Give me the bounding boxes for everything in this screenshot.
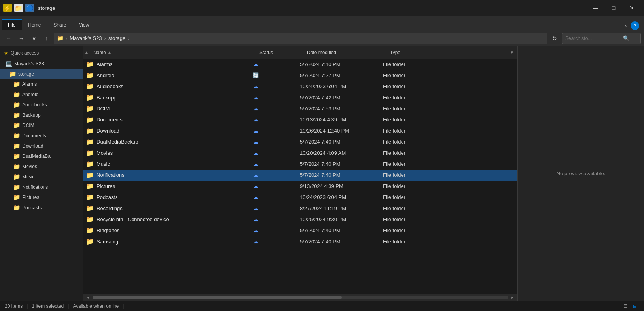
table-row[interactable]: 📁 Samsung ☁ 5/7/2024 7:40 PM File folder xyxy=(83,236,517,247)
table-row[interactable]: 📁 Download ☁ 10/26/2024 12:40 PM File fo… xyxy=(83,125,517,137)
back-button[interactable]: ← xyxy=(3,33,14,44)
sidebar-item-dualmediaba[interactable]: 📁 DualMediaBa xyxy=(0,151,83,161)
table-row[interactable]: 📁 Podcasts ☁ 10/24/2023 6:04 PM File fol… xyxy=(83,192,517,203)
folder-icon: 📁 xyxy=(86,150,93,157)
dcim-folder-icon: 📁 xyxy=(13,122,20,129)
folder-icon-titlebar[interactable]: 📁 xyxy=(14,4,23,12)
tab-share[interactable]: Share xyxy=(47,19,72,30)
scroll-up-arrow[interactable]: ▲ xyxy=(83,46,90,59)
file-date-cell: 5/7/2024 7:40 PM xyxy=(297,239,380,245)
quick-access-header[interactable]: ★ Quick access xyxy=(0,48,83,57)
h-scroll-left[interactable]: ◄ xyxy=(85,294,91,301)
refresh-button[interactable]: ↻ xyxy=(549,33,560,44)
sidebar-item-audiobooks[interactable]: 📁 Audiobooks xyxy=(0,100,83,110)
table-row[interactable]: 📁 Audiobooks ☁ 10/24/2023 6:04 PM File f… xyxy=(83,81,517,92)
sidebar-item-dcim[interactable]: 📁 DCIM xyxy=(0,120,83,131)
notifications-folder-icon: 📁 xyxy=(13,184,20,190)
file-name-label: Music xyxy=(97,161,110,167)
file-status-cell: ☁ xyxy=(249,150,297,156)
file-status-cell: ☁ xyxy=(249,216,297,223)
status-cloud-icon: 🔄 xyxy=(252,72,259,79)
sidebar-item-notifications[interactable]: 📁 Notifications xyxy=(0,182,83,192)
sort-arrow: ▲ xyxy=(108,50,112,55)
search-box[interactable]: 🔍 xyxy=(562,33,641,44)
tab-view[interactable]: View xyxy=(72,19,95,30)
status-cloud-icon: ☁ xyxy=(252,95,259,101)
ribbon-expand-chevron[interactable]: ∨ xyxy=(625,23,628,28)
table-row[interactable]: 📁 Alarms ☁ 5/7/2024 7:40 PM File folder xyxy=(83,59,517,70)
h-scroll-thumb[interactable] xyxy=(93,296,342,299)
sidebar-item-backupp[interactable]: 📁 Backupp xyxy=(0,110,83,120)
col-scroll-indicator: ▼ xyxy=(509,46,515,59)
file-name-cell: 📁 Audiobooks xyxy=(83,83,249,90)
maximize-button[interactable]: □ xyxy=(604,0,623,16)
storage-folder-icon: 📁 xyxy=(9,71,16,77)
file-status-cell: ☁ xyxy=(249,239,297,245)
sidebar-item-music[interactable]: 📁 Music xyxy=(0,172,83,182)
breadcrumb-s23[interactable]: Mayank's S23 xyxy=(70,35,102,41)
forward-button[interactable]: → xyxy=(16,33,27,44)
table-row[interactable]: 📁 Documents ☁ 10/13/2024 4:39 PM File fo… xyxy=(83,114,517,125)
table-row[interactable]: 📁 DCIM ☁ 5/7/2024 7:53 PM File folder xyxy=(83,103,517,114)
sidebar-item-android[interactable]: 📁 Android xyxy=(0,89,83,100)
table-row[interactable]: 📁 Movies ☁ 10/20/2024 4:09 AM File folde… xyxy=(83,148,517,159)
sidebar-item-storage[interactable]: 📁 storage xyxy=(0,69,83,79)
sidebar-item-documents[interactable]: 📁 Documents xyxy=(0,131,83,141)
table-row[interactable]: 📁 Recordings ☁ 8/27/2024 11:19 PM File f… xyxy=(83,203,517,214)
table-row[interactable]: 📁 Pictures ☁ 9/13/2024 4:39 PM File fold… xyxy=(83,181,517,192)
file-date-cell: 5/7/2024 7:40 PM xyxy=(297,161,380,167)
table-row[interactable]: 📁 Ringtones ☁ 5/7/2024 7:40 PM File fold… xyxy=(83,225,517,236)
file-status-cell: ☁ xyxy=(249,128,297,134)
availability-status: Available when online xyxy=(73,303,119,309)
quick-access-icon[interactable]: ⚡ xyxy=(3,4,12,12)
h-scroll-track[interactable] xyxy=(93,296,508,299)
close-button[interactable]: ✕ xyxy=(623,0,641,16)
sidebar-item-podcasts[interactable]: 📁 Podcasts xyxy=(0,203,83,213)
ribbon: File Home Share View ∨ ? xyxy=(0,16,644,30)
sidebar-item-alarms[interactable]: 📁 Alarms xyxy=(0,79,83,89)
folder-icon: 📁 xyxy=(86,227,93,234)
sidebar-item-movies[interactable]: 📁 Movies xyxy=(0,161,83,172)
col-header-status[interactable]: Status xyxy=(256,50,304,55)
up-button[interactable]: ↑ xyxy=(41,33,52,44)
pin-icon-titlebar[interactable]: 🔵 xyxy=(25,4,34,12)
breadcrumb[interactable]: 📁 › Mayank's S23 › storage › xyxy=(54,33,547,44)
file-type-cell: File folder xyxy=(380,139,517,145)
file-date-cell: 10/13/2024 4:39 PM xyxy=(297,117,380,123)
large-icons-view-icon[interactable]: ⊞ xyxy=(631,302,639,311)
title-bar-icons: ⚡ 📁 🔵 xyxy=(3,4,34,12)
file-name-cell: 📁 Recycle bin - Connected device xyxy=(83,216,249,223)
h-scroll-right[interactable]: ► xyxy=(510,294,516,301)
table-row[interactable]: 📁 Notifications ☁ 5/7/2024 7:40 PM File … xyxy=(83,170,517,181)
title-bar: ⚡ 📁 🔵 storage — □ ✕ xyxy=(0,0,644,16)
file-type-cell: File folder xyxy=(380,128,517,134)
col-header-date[interactable]: Date modified xyxy=(304,50,387,55)
table-row[interactable]: 📁 DualMediaBackup ☁ 5/7/2024 7:40 PM Fil… xyxy=(83,137,517,148)
android-folder-icon: 📁 xyxy=(13,91,20,98)
tab-home[interactable]: Home xyxy=(22,19,47,30)
table-row[interactable]: 📁 Backupp ☁ 5/7/2024 7:42 PM File folder xyxy=(83,92,517,103)
table-row[interactable]: 📁 Music ☁ 5/7/2024 7:40 PM File folder xyxy=(83,159,517,170)
horizontal-scrollbar[interactable]: ◄ ► xyxy=(83,294,517,301)
sidebar-item-pictures[interactable]: 📁 Pictures xyxy=(0,192,83,203)
tab-file[interactable]: File xyxy=(2,19,22,30)
table-row[interactable]: 📁 Recycle bin - Connected device ☁ 10/25… xyxy=(83,214,517,225)
minimize-button[interactable]: — xyxy=(586,0,604,16)
file-status-cell: ☁ xyxy=(249,117,297,123)
status-cloud-icon: ☁ xyxy=(252,216,259,223)
documents-folder-icon: 📁 xyxy=(13,133,20,139)
col-header-name[interactable]: Name ▲ xyxy=(90,50,256,55)
breadcrumb-storage[interactable]: storage xyxy=(108,35,125,41)
file-date-cell: 5/7/2024 7:40 PM xyxy=(297,172,380,178)
col-header-type[interactable]: Type xyxy=(387,50,509,55)
table-row[interactable]: 📁 Android 🔄 5/7/2024 7:27 PM File folder xyxy=(83,70,517,81)
sidebar-item-download[interactable]: 📁 Download xyxy=(0,141,83,151)
file-name-cell: 📁 Podcasts xyxy=(83,194,249,201)
help-button[interactable]: ? xyxy=(631,21,639,30)
status-cloud-icon: ☁ xyxy=(252,194,259,201)
file-date-cell: 10/24/2023 6:04 PM xyxy=(297,194,380,200)
details-view-icon[interactable]: ☰ xyxy=(621,302,630,311)
search-input[interactable] xyxy=(565,36,621,41)
recent-button[interactable]: ∨ xyxy=(28,33,40,44)
sidebar-item-mayanks23[interactable]: 💻 Mayank's S23 xyxy=(0,59,83,69)
